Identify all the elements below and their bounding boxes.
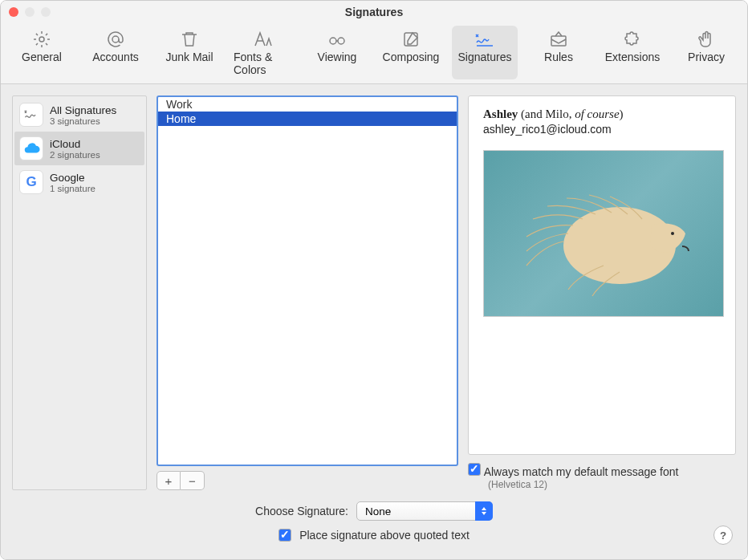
account-subtitle: 2 signatures	[50, 150, 100, 160]
hand-icon	[697, 29, 716, 50]
signature-image	[483, 150, 724, 317]
place-above-row: Place signature above quoted text	[278, 529, 470, 542]
tab-label: Viewing	[318, 51, 357, 63]
window-title: Signatures	[1, 6, 747, 18]
google-icon: G	[19, 170, 43, 194]
help-button[interactable]: ?	[713, 526, 733, 545]
signature-item[interactable]: Home	[158, 112, 457, 126]
choose-signature-select-wrap: None	[356, 501, 493, 521]
signature-icon	[474, 29, 495, 50]
columns: All Signatures 3 signatures iCloud 2 sig…	[1, 84, 747, 493]
icloud-icon	[19, 136, 43, 160]
svg-point-2	[330, 38, 336, 44]
account-row-all[interactable]: All Signatures 3 signatures	[14, 98, 144, 132]
add-signature-button[interactable]: +	[157, 471, 181, 490]
tab-junk-mail[interactable]: Junk Mail	[157, 26, 222, 79]
tab-label: Privacy	[688, 51, 725, 63]
account-name: All Signatures	[50, 104, 116, 116]
trash-icon	[180, 29, 199, 50]
signature-icon	[19, 103, 43, 127]
place-above-checkbox[interactable]	[278, 529, 291, 542]
tab-label: Signatures	[458, 51, 512, 63]
compose-icon	[401, 29, 421, 50]
titlebar: Signatures	[1, 1, 747, 23]
accounts-list: All Signatures 3 signatures iCloud 2 sig…	[12, 95, 147, 490]
choose-signature-row: Choose Signature: None	[255, 501, 493, 521]
signature-name-bold: Ashley	[483, 108, 518, 120]
signature-editor[interactable]: Ashley (and Milo, of course) ashley_rico…	[468, 95, 736, 455]
preferences-content: All Signatures 3 signatures iCloud 2 sig…	[1, 84, 747, 559]
account-name: iCloud	[50, 138, 100, 150]
tab-privacy[interactable]: Privacy	[673, 26, 739, 79]
match-font-row: Always match my default message font (He…	[468, 463, 736, 490]
gear-icon	[32, 29, 51, 50]
signature-item[interactable]: Work	[158, 97, 457, 112]
preferences-toolbar: General Accounts Junk Mail Fonts & Color…	[1, 23, 747, 84]
svg-point-1	[112, 36, 119, 43]
tab-rules[interactable]: Rules	[526, 26, 591, 79]
preview-column: Ashley (and Milo, of course) ashley_rico…	[468, 95, 736, 490]
signatures-column: Work Home + −	[157, 95, 458, 490]
signature-name-rest: (and Milo,	[518, 108, 575, 120]
account-subtitle: 1 signature	[50, 184, 96, 193]
signatures-list[interactable]: Work Home	[157, 95, 458, 466]
svg-point-0	[39, 37, 44, 42]
signature-list-actions: + −	[157, 471, 458, 490]
account-row-icloud[interactable]: iCloud 2 signatures	[14, 132, 144, 165]
at-sign-icon	[106, 29, 125, 50]
place-above-label: Place signature above quoted text	[299, 529, 470, 542]
tab-label: Extensions	[605, 51, 660, 63]
tab-fonts-colors[interactable]: Fonts & Colors	[230, 26, 296, 79]
account-name: Google	[50, 172, 96, 184]
tab-composing[interactable]: Composing	[378, 26, 444, 79]
tab-accounts[interactable]: Accounts	[83, 26, 148, 79]
puzzle-icon	[623, 29, 642, 50]
rules-icon	[549, 29, 568, 50]
always-match-font-checkbox[interactable]	[468, 463, 481, 476]
tab-extensions[interactable]: Extensions	[600, 26, 665, 79]
tab-viewing[interactable]: Viewing	[304, 26, 370, 79]
tab-general[interactable]: General	[9, 26, 75, 79]
font-icon	[254, 29, 273, 50]
tab-label: General	[22, 51, 62, 63]
signature-email: ashley_rico1@icloud.com	[483, 123, 721, 136]
remove-signature-button[interactable]: −	[181, 471, 205, 490]
account-subtitle: 3 signatures	[50, 116, 116, 126]
signature-name-italic: of course	[575, 108, 619, 120]
bottom-options: Choose Signature: None Place signature a…	[1, 493, 747, 559]
signature-name-line: Ashley (and Milo, of course)	[483, 108, 721, 121]
default-font-sub: (Helvetica 12)	[488, 479, 678, 490]
tab-label: Composing	[383, 51, 440, 63]
always-match-font-label: Always match my default message font	[484, 465, 679, 478]
dog-photo	[515, 169, 692, 298]
account-row-google[interactable]: G Google 1 signature	[14, 165, 144, 199]
tab-signatures[interactable]: Signatures	[452, 26, 518, 79]
choose-signature-select[interactable]: None	[356, 501, 493, 521]
tab-label: Junk Mail	[165, 51, 213, 63]
tab-label: Accounts	[92, 51, 139, 63]
tab-label: Rules	[544, 51, 573, 63]
choose-signature-label: Choose Signature:	[255, 505, 348, 517]
svg-point-3	[338, 38, 344, 44]
signature-name-close: )	[620, 108, 624, 120]
tab-label: Fonts & Colors	[234, 51, 293, 76]
preferences-window: Signatures General Accounts Junk Mail	[0, 0, 748, 560]
glasses-icon	[327, 29, 347, 50]
svg-point-7	[671, 232, 674, 235]
